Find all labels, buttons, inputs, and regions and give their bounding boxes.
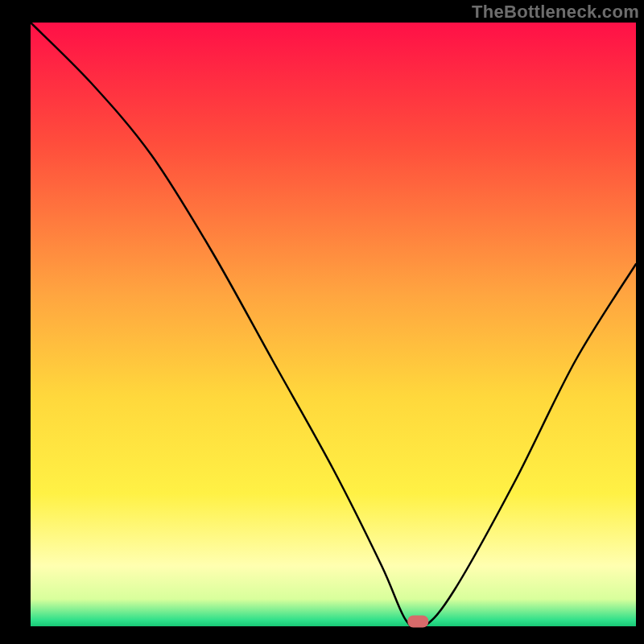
bottleneck-chart: TheBottleneck.com xyxy=(0,0,644,644)
chart-svg xyxy=(0,0,644,644)
watermark: TheBottleneck.com xyxy=(472,2,639,23)
plot-background xyxy=(31,23,636,626)
optimum-marker xyxy=(407,616,428,628)
